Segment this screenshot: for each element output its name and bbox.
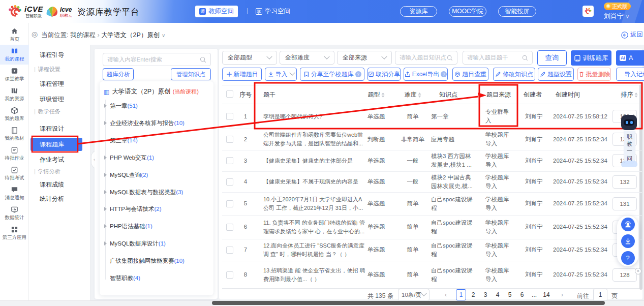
toolbar-button-Excel导出[interactable]: Excel导出? xyxy=(404,68,448,81)
download-icon[interactable] xyxy=(621,234,635,248)
page-button-1[interactable]: 1 xyxy=(456,289,466,300)
row-checkbox[interactable] xyxy=(226,136,233,143)
sidebar-item-课程题库[interactable]: 课程题库 xyxy=(40,140,64,149)
sidebar-item-作业考试[interactable]: 作业考试 xyxy=(40,156,64,164)
prev-page-button[interactable]: ‹ xyxy=(441,289,450,300)
horizontal-scrollbar-thumb[interactable] xyxy=(212,301,605,305)
toolbar-button-分享至学校题库[interactable]: 分享至学校题库? xyxy=(300,68,364,81)
column-header-排序[interactable]: 排序 xyxy=(621,90,638,99)
bank-analysis-button[interactable]: 题库分析 xyxy=(103,68,134,80)
tree-node-MySQL数据库设计[interactable]: MySQL数据库设计(1) xyxy=(104,240,166,248)
sidebar-item-班级管理[interactable]: 班级管理 xyxy=(40,95,64,104)
toolbar-button-导入记录[interactable]: 导入记录 xyxy=(616,68,644,81)
select-all-checkbox[interactable] xyxy=(226,90,233,98)
page-button-6[interactable]: 6 xyxy=(517,289,527,300)
tree-node-MySQL查询[interactable]: MySQL查询(2) xyxy=(104,171,148,179)
expand-arrow-icon[interactable] xyxy=(104,190,107,194)
sort-icon[interactable] xyxy=(382,93,385,98)
tree-node-PHP Web交互[interactable]: PHP Web交互(1) xyxy=(104,154,154,162)
tree-node-第三章[interactable]: 第三章(14) xyxy=(104,137,138,144)
sort-icon[interactable] xyxy=(418,93,421,98)
tree-node-智慧职教[interactable]: 智慧职教(4) xyxy=(104,274,140,282)
ai-generate-button[interactable]: AIA xyxy=(616,50,644,66)
sidebar-item-课程引导[interactable]: 课程引导 xyxy=(40,51,64,59)
expand-arrow-icon[interactable] xyxy=(104,156,107,160)
toolbar-button-修改知识点[interactable]: 修改知识点 xyxy=(493,68,535,81)
teacher-space-button[interactable]: 师教师空间 xyxy=(195,6,238,17)
page-button-4[interactable]: 4 xyxy=(493,289,503,300)
expand-arrow-icon[interactable] xyxy=(104,104,107,108)
customer-service-icon[interactable] xyxy=(621,218,635,231)
learning-space-button[interactable]: 学学习空间 xyxy=(256,6,290,17)
rail-item-第三方应用[interactable]: 第三方应用 xyxy=(0,223,29,243)
app-mini-logo[interactable] xyxy=(582,6,594,17)
back-link[interactable]: 返回 xyxy=(621,30,643,39)
rail-item-我的课程[interactable]: 我的课程 xyxy=(0,45,29,65)
vertical-scrollbar[interactable] xyxy=(639,84,642,290)
tree-node-第一章[interactable]: 第一章(51) xyxy=(104,102,138,110)
nav-pill-2[interactable]: 智能投屏 xyxy=(498,6,536,17)
column-header-难度[interactable]: 难度 xyxy=(405,90,421,99)
nav-pill-0[interactable]: 资源库 xyxy=(400,6,437,17)
expand-arrow-icon[interactable] xyxy=(104,241,107,246)
sort-icon[interactable] xyxy=(635,93,638,98)
order-input[interactable]: 128 xyxy=(612,268,637,282)
tree-node-HTTP与会话技术[interactable]: HTTP与会话技术(2) xyxy=(104,205,162,213)
page-button-5[interactable]: 5 xyxy=(505,289,515,300)
filter-input-0[interactable]: 请输入题目知识点 xyxy=(395,51,457,65)
toolbar-button-题型设置[interactable]: 题型设置 xyxy=(538,68,574,81)
toolbar-button-批量删除[interactable]: 批量删除 xyxy=(577,68,611,81)
user-menu[interactable]: 刘肖宁 ∨ xyxy=(604,12,629,21)
order-input[interactable]: 131 xyxy=(612,197,637,210)
expand-arrow-icon[interactable] xyxy=(104,121,107,125)
rail-item-我的资源[interactable]: 我的资源 xyxy=(0,84,29,104)
filter-input-1[interactable]: 请输入题目题干 xyxy=(463,51,533,65)
next-page-button[interactable]: › xyxy=(558,289,567,300)
expand-arrow-icon[interactable] xyxy=(104,207,107,211)
toolbar-button-导入[interactable]: 导入 xyxy=(265,68,297,81)
page-size-select[interactable]: 10条/页 xyxy=(398,289,430,301)
page-button-14[interactable]: 14 xyxy=(541,289,551,300)
toolbar-button-新增题目[interactable]: 新增题目 xyxy=(222,68,262,81)
sidebar-item-统计分析[interactable]: 统计分析 xyxy=(40,195,64,203)
row-checkbox[interactable] xyxy=(226,113,233,120)
row-checkbox[interactable] xyxy=(226,247,233,254)
sidebar-item-课程管理[interactable]: 课程管理 xyxy=(40,80,64,88)
page-button-2[interactable]: 2 xyxy=(468,289,478,300)
train-bank-button[interactable]: 训练题库 xyxy=(571,50,611,66)
filter-select-0[interactable]: 全部题型 xyxy=(222,51,277,65)
row-checkbox[interactable] xyxy=(226,224,233,231)
rail-item-课堂教学[interactable]: 课堂教学 xyxy=(0,65,29,84)
toolbar-button-取消分享[interactable]: 取消分享 xyxy=(367,68,401,81)
filter-select-1[interactable]: 全部难度 xyxy=(280,51,334,65)
rail-item-首页[interactable]: 首页 xyxy=(0,25,29,45)
column-header-题型[interactable]: 题型 xyxy=(368,90,385,99)
assistant-robot-icon[interactable] xyxy=(621,115,637,130)
rail-item-待批考试[interactable]: 待批考试 xyxy=(0,164,29,183)
toolbar-button-题目查重[interactable]: 题目查重 xyxy=(452,68,488,81)
goto-input[interactable]: 1 xyxy=(593,289,607,301)
sidebar-item-课程成绩[interactable]: 课程成绩 xyxy=(40,180,64,189)
filter-select-2[interactable]: 全部来源 xyxy=(337,51,392,65)
row-checkbox[interactable] xyxy=(226,178,233,186)
rail-item-待批作业[interactable]: 待批作业 xyxy=(0,144,29,164)
tree-search-input[interactable]: 请输入内容Enter搜索 xyxy=(103,53,211,66)
expand-arrow-icon[interactable] xyxy=(104,173,107,177)
query-button[interactable]: 查询 xyxy=(537,50,567,66)
rail-item-我的教材[interactable]: 我的教材 xyxy=(0,124,29,144)
row-checkbox[interactable] xyxy=(226,200,233,207)
row-checkbox[interactable] xyxy=(226,157,233,164)
rail-item-我的题库[interactable]: 我的题库 xyxy=(0,104,29,124)
tree-node-企业经济业务核算与报告[interactable]: 企业经济业务核算与报告(10) xyxy=(104,119,185,127)
tree-node-MySQL数据表与数据类型[interactable]: MySQL数据表与数据类型(3) xyxy=(104,189,183,196)
sidebar-item-课程设计[interactable]: 课程设计 xyxy=(40,125,64,133)
rail-item-数据统计[interactable]: 数据统计 xyxy=(0,203,29,223)
expand-arrow-icon[interactable] xyxy=(104,224,107,228)
help-icon[interactable]: ? xyxy=(621,251,635,265)
order-input[interactable]: 132 xyxy=(612,175,637,189)
assistant-label[interactable]: 职教一问 xyxy=(624,131,635,164)
tree-node-广铁集团接触网技能竞赛[interactable]: 广铁集团接触网技能竞赛(10) xyxy=(104,257,185,265)
rail-item-消息通知[interactable]: 消息通知 xyxy=(0,183,29,203)
close-order-icon[interactable]: × xyxy=(635,268,641,274)
tree-root[interactable]: ▥大学语文（2P）原创(当前课程) xyxy=(104,87,199,96)
